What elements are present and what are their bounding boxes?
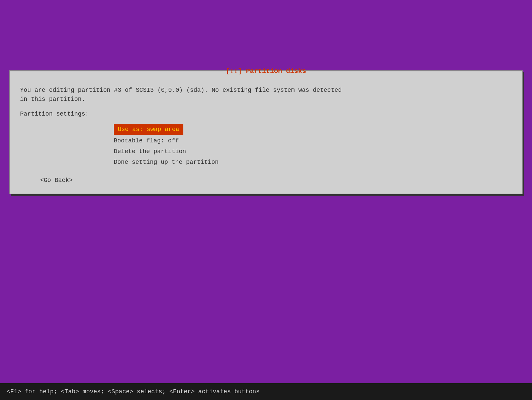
status-bar: <F1> for help; <Tab> moves; <Space> sele… (0, 383, 532, 400)
partition-settings-label: Partition settings: (20, 111, 512, 117)
dialog-title: [!!] Partition disks (226, 67, 306, 75)
status-text: <F1> for help; <Tab> moves; <Space> sele… (7, 388, 260, 395)
go-back-container: <Go Back> (20, 177, 512, 184)
setting-bootable-flag[interactable]: Bootable flag: off (114, 136, 179, 145)
title-line-left (10, 71, 223, 71)
setting-use-as[interactable]: Use as: swap area (114, 124, 183, 135)
description-text: You are editing partition #3 of SCSI3 (0… (20, 86, 512, 104)
dialog-body: You are editing partition #3 of SCSI3 (0… (10, 79, 522, 194)
setting-done-setting[interactable]: Done setting up the partition (114, 157, 218, 167)
settings-list: Use as: swap area Bootable flag: off Del… (20, 124, 512, 167)
dialog-titlebar: [!!] Partition disks (10, 67, 522, 75)
screen: [!!] Partition disks You are editing par… (0, 0, 532, 400)
dialog-container: [!!] Partition disks You are editing par… (9, 70, 523, 194)
title-line-right (309, 71, 522, 71)
go-back-button[interactable]: <Go Back> (40, 177, 73, 184)
setting-delete-partition[interactable]: Delete the partition (114, 147, 186, 156)
